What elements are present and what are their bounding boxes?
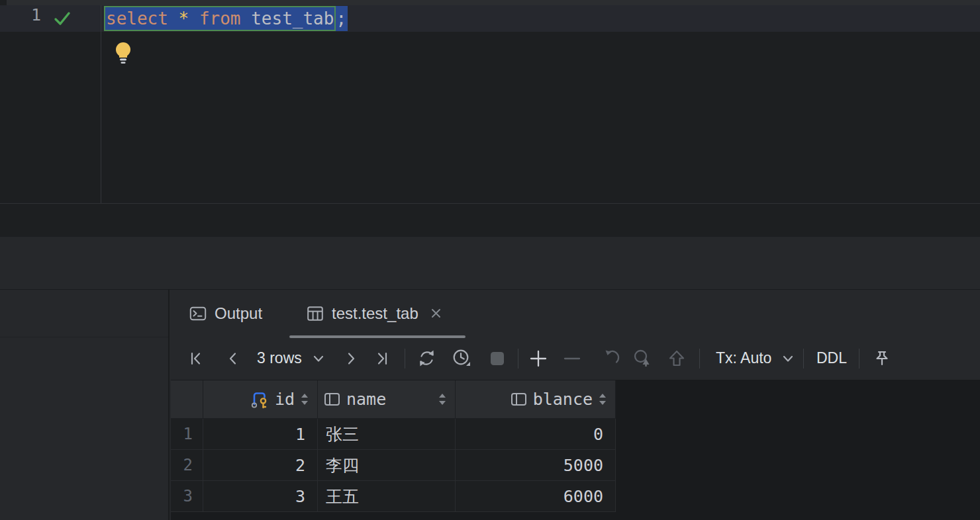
- grid-toolbar: 3 rows: [171, 337, 980, 380]
- ddl-label: DDL: [816, 349, 847, 367]
- stop-button[interactable]: [490, 337, 505, 380]
- terminal-icon: [189, 305, 207, 322]
- sql-statement[interactable]: select * from test_tab;: [104, 6, 348, 31]
- cell-blance[interactable]: 0: [456, 419, 616, 450]
- auto-refresh-clock-button[interactable]: [452, 337, 472, 380]
- previous-page-button[interactable]: [224, 337, 242, 380]
- toolbar-separator: [803, 349, 804, 368]
- sql-token: *: [179, 9, 189, 28]
- column-header-label: name: [346, 390, 386, 409]
- cell-blance[interactable]: 6000: [456, 481, 616, 512]
- selection-highlight: select * from test_tab;: [104, 6, 348, 31]
- tx-mode-selector[interactable]: Tx: Auto: [716, 337, 795, 380]
- left-panel: [0, 290, 170, 520]
- reload-page-button[interactable]: [416, 337, 437, 380]
- primary-key-icon: [250, 390, 270, 410]
- cell-id[interactable]: 3: [203, 481, 318, 512]
- table-row: 1 1 张三 0: [171, 419, 616, 450]
- next-page-button[interactable]: [342, 337, 360, 380]
- first-page-button[interactable]: [187, 337, 205, 380]
- column-header-label: id: [275, 390, 295, 409]
- chevron-down-icon: [311, 351, 326, 366]
- cell-id[interactable]: 1: [203, 419, 318, 450]
- line-number: 1: [0, 5, 41, 32]
- grid-header-row: id: [171, 380, 616, 419]
- pin-tab-button[interactable]: [872, 337, 892, 380]
- column-header-name[interactable]: name: [318, 380, 456, 419]
- ddl-button[interactable]: DDL: [816, 337, 847, 380]
- sql-editor[interactable]: 1 select * from test_tab;: [0, 5, 980, 203]
- toolbar-separator: [699, 349, 700, 368]
- window-gap-band: [0, 237, 980, 290]
- tab-label: Output: [215, 304, 262, 323]
- services-tool-window: Output test.test_tab: [0, 290, 980, 520]
- toolbar-separator: [859, 349, 859, 368]
- top-bar-edge: [0, 0, 980, 5]
- tab-output[interactable]: Output: [172, 290, 279, 337]
- cell-id[interactable]: 2: [203, 450, 318, 481]
- last-page-button[interactable]: [373, 337, 391, 380]
- result-tabbar: Output test.test_tab: [171, 290, 980, 337]
- left-panel-divider: [0, 337, 168, 337]
- cell-name[interactable]: 张三: [318, 419, 456, 450]
- tab-label: test.test_tab: [332, 304, 418, 323]
- sort-icon[interactable]: [598, 392, 607, 407]
- preview-changes-icon[interactable]: [632, 337, 653, 380]
- cell-name[interactable]: 李四: [318, 450, 456, 481]
- column-header-id[interactable]: id: [203, 380, 318, 419]
- column-icon: [510, 390, 528, 408]
- sql-token: select: [106, 9, 168, 28]
- editor-bottom-border: [0, 203, 980, 204]
- result-table: id: [171, 380, 616, 512]
- tab-test-test_tab[interactable]: test.test_tab: [289, 290, 466, 337]
- toolbar-separator: [518, 349, 518, 368]
- table-row: 2 2 李四 5000: [171, 450, 616, 481]
- toolbar-separator: [405, 349, 405, 368]
- tx-mode-label: Tx: Auto: [716, 349, 771, 367]
- top-bar-notch: [0, 0, 7, 5]
- page-size-selector[interactable]: 3 rows: [257, 337, 326, 380]
- sort-icon[interactable]: [438, 392, 447, 407]
- row-number[interactable]: 1: [171, 419, 203, 450]
- sql-token: from: [199, 9, 241, 28]
- cell-blance[interactable]: 5000: [456, 450, 616, 481]
- sql-semicolon: ;: [336, 9, 346, 28]
- data-grid: id: [171, 380, 980, 520]
- statement-executed-check-icon[interactable]: [54, 10, 71, 27]
- sql-token: test_tab: [251, 9, 334, 28]
- add-row-button[interactable]: [528, 337, 548, 380]
- column-icon: [323, 390, 341, 408]
- intention-bulb-icon[interactable]: [114, 41, 134, 67]
- gutter-separator: [101, 5, 101, 203]
- row-number[interactable]: 2: [171, 450, 203, 481]
- revert-changes-button[interactable]: [601, 337, 622, 380]
- result-panel: Output test.test_tab: [171, 290, 980, 520]
- executed-statement-box: select * from test_tab: [104, 6, 336, 31]
- cell-name[interactable]: 王五: [318, 481, 456, 512]
- chevron-down-icon: [781, 351, 795, 366]
- column-header-label: blance: [533, 390, 593, 409]
- close-icon[interactable]: [429, 306, 443, 320]
- submit-changes-button[interactable]: [666, 337, 687, 380]
- row-number[interactable]: 3: [171, 481, 203, 512]
- delete-row-button[interactable]: [562, 337, 582, 380]
- table-row: 3 3 王五 6000: [171, 481, 616, 512]
- grid-corner-cell[interactable]: [171, 380, 203, 419]
- datagrip-window: { "colors": { "keyword": "#cf8e6d", "sta…: [0, 0, 980, 520]
- page-size-label: 3 rows: [257, 349, 302, 367]
- column-header-blance[interactable]: blance: [456, 380, 616, 419]
- table-icon: [307, 305, 324, 322]
- sort-icon[interactable]: [300, 392, 309, 407]
